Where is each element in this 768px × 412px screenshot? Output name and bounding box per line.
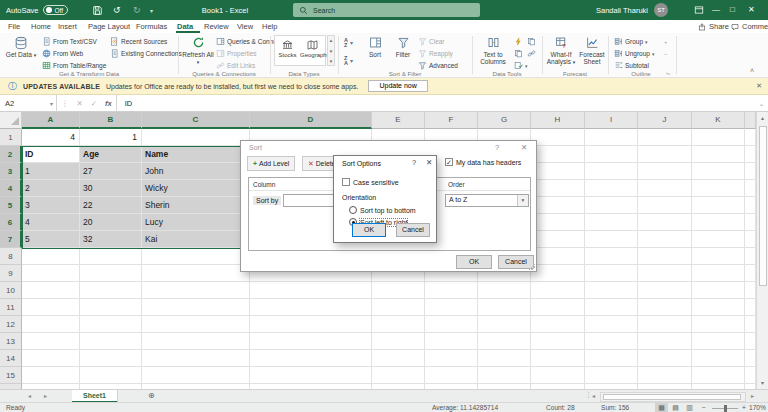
sort-dialog-close-icon[interactable]: ✕ [521, 143, 527, 152]
cell-K1[interactable] [692, 129, 745, 146]
cell-K6[interactable] [692, 214, 745, 231]
add-level-button[interactable]: + Add Level [247, 156, 295, 171]
cell-H7[interactable] [531, 231, 585, 248]
row-number-8[interactable]: 8 [0, 248, 22, 265]
cell-A12[interactable] [22, 316, 80, 333]
consolidate-button[interactable] [527, 36, 536, 47]
cell-B8[interactable] [80, 248, 142, 265]
cell-I4[interactable] [585, 180, 638, 197]
cell-B15[interactable] [80, 367, 142, 384]
sort-descending-button[interactable]: ZA▾ [344, 55, 353, 66]
gallery-more-icon[interactable]: ▾ [330, 58, 333, 64]
tab-help[interactable]: Help [262, 20, 277, 33]
cell-I1[interactable] [585, 129, 638, 146]
forecast-sheet-button[interactable]: Forecast Sheet [578, 35, 606, 68]
cell-H5[interactable] [531, 197, 585, 214]
gallery-scroll[interactable]: ▴ ▾ ▾ [327, 35, 335, 66]
cell-x6[interactable] [745, 214, 756, 231]
column-header-A[interactable]: A [22, 112, 80, 129]
cell-B12[interactable] [80, 316, 142, 333]
cell-C6[interactable]: Lucy [142, 214, 250, 231]
formula-content[interactable]: ID [125, 99, 133, 108]
autosave-toggle[interactable]: AutoSave Off [6, 0, 68, 20]
cell-D11[interactable] [250, 299, 372, 316]
tab-file[interactable]: File [8, 20, 20, 33]
cell-x7[interactable] [745, 231, 756, 248]
row-number-2[interactable]: 2 [0, 146, 22, 163]
column-header-E[interactable]: E [372, 112, 425, 129]
column-header-G[interactable]: G [478, 112, 531, 129]
cell-A11[interactable] [22, 299, 80, 316]
cell-J15[interactable] [638, 367, 692, 384]
cell-I2[interactable] [585, 146, 638, 163]
cell-I5[interactable] [585, 197, 638, 214]
cell-H13[interactable] [531, 333, 585, 350]
cell-E12[interactable] [372, 316, 425, 333]
sort-options-ok-button[interactable]: OK [352, 223, 386, 237]
what-if-analysis-button[interactable]: What-If Analysis ▾ [546, 35, 576, 68]
cell-I12[interactable] [585, 316, 638, 333]
resize-grip[interactable] [528, 263, 535, 270]
sheet-nav-right-icon[interactable]: ▸ [44, 392, 47, 399]
cell-K9[interactable] [692, 265, 745, 282]
recent-sources-button[interactable]: Recent Sources [110, 36, 167, 47]
cell-K13[interactable] [692, 333, 745, 350]
cell-x10[interactable] [745, 282, 756, 299]
cell-H3[interactable] [531, 163, 585, 180]
cell-C9[interactable] [142, 265, 250, 282]
cell-F13[interactable] [425, 333, 478, 350]
ribbon-display-options-button[interactable] [694, 0, 704, 20]
new-sheet-button[interactable]: ⊕ [148, 391, 155, 400]
text-to-columns-button[interactable]: Text to Columns [476, 35, 510, 68]
row-number-1[interactable]: 1 [0, 129, 22, 146]
cell-x2[interactable] [745, 146, 756, 163]
name-box-dropdown-icon[interactable]: ▾ [50, 100, 53, 107]
cell-C4[interactable]: Wicky [142, 180, 250, 197]
cell-I13[interactable] [585, 333, 638, 350]
cell-F10[interactable] [425, 282, 478, 299]
cell-J8[interactable] [638, 248, 692, 265]
cell-I10[interactable] [585, 282, 638, 299]
name-box[interactable]: A2 ▾ [0, 95, 57, 112]
cell-K4[interactable] [692, 180, 745, 197]
comments-button[interactable]: Comments [731, 20, 768, 33]
cell-x12[interactable] [745, 316, 756, 333]
cell-C12[interactable] [142, 316, 250, 333]
cell-B13[interactable] [80, 333, 142, 350]
expand-formula-bar-icon[interactable]: ⌄ [759, 100, 764, 107]
column-header-F[interactable]: F [425, 112, 478, 129]
cell-D10[interactable] [250, 282, 372, 299]
cell-J2[interactable] [638, 146, 692, 163]
cell-C11[interactable] [142, 299, 250, 316]
cell-K12[interactable] [692, 316, 745, 333]
cell-B3[interactable]: 27 [80, 163, 142, 180]
cell-H10[interactable] [531, 282, 585, 299]
cell-B6[interactable]: 20 [80, 214, 142, 231]
column-header-I[interactable]: I [585, 112, 638, 129]
cell-x8[interactable] [745, 248, 756, 265]
column-header-B[interactable]: B [80, 112, 142, 129]
vertical-scroll-thumb[interactable] [759, 126, 767, 286]
cell-A6[interactable]: 4 [22, 214, 80, 231]
cell-I11[interactable] [585, 299, 638, 316]
from-text-csv-button[interactable]: From Text/CSV [42, 36, 97, 47]
zoom-slider-thumb[interactable] [724, 405, 727, 412]
column-header-J[interactable]: J [638, 112, 692, 129]
cell-A1[interactable]: 4 [22, 129, 80, 146]
cell-D14[interactable] [250, 350, 372, 367]
cell-H14[interactable] [531, 350, 585, 367]
cell-x5[interactable] [745, 197, 756, 214]
cell-H4[interactable] [531, 180, 585, 197]
cell-H2[interactable] [531, 146, 585, 163]
cell-I8[interactable] [585, 248, 638, 265]
view-normal-button[interactable]: ▦ [655, 403, 668, 412]
cell-E11[interactable] [372, 299, 425, 316]
cell-C7[interactable]: Kai [142, 231, 250, 248]
cell-C3[interactable]: John [142, 163, 250, 180]
sort-ascending-button[interactable]: AZ▾ [344, 37, 353, 48]
cell-C14[interactable] [142, 350, 250, 367]
cell-C13[interactable] [142, 333, 250, 350]
cell-B2[interactable]: Age [80, 146, 142, 163]
cell-I9[interactable] [585, 265, 638, 282]
column-header-partial[interactable] [745, 112, 756, 129]
